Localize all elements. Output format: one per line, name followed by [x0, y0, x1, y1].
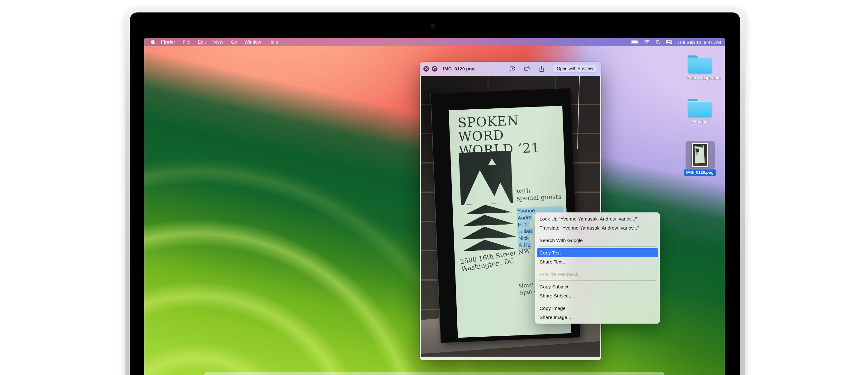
mountain-logo [459, 151, 513, 205]
menu-item-copy-subject[interactable]: Copy Subject [535, 282, 660, 291]
dock[interactable] [204, 372, 665, 375]
poster-date-time: Nove 5pm – [518, 281, 537, 296]
battery-icon[interactable] [631, 40, 639, 44]
poster-address: 2500 16th Street NW Washington, DC [460, 247, 532, 273]
poster-subtitle: with special guests [516, 186, 561, 202]
guest-line[interactable]: Andre [517, 214, 533, 222]
menu-bar-left: Finder File Edit View Go Window Help [144, 38, 282, 46]
folder-icon [688, 99, 712, 117]
menu-separator [539, 234, 656, 234]
selected-file-label: IMG_0120.png [684, 169, 716, 176]
menu-item-look-up[interactable]: Look Up “Yvonne Yamasaki Andrew Ivanov..… [535, 214, 660, 223]
share-icon[interactable] [539, 66, 544, 72]
menu-item-share-image[interactable]: Share Image... [535, 313, 660, 322]
menu-file[interactable]: File [179, 38, 194, 46]
menu-edit[interactable]: Edit [194, 38, 210, 46]
spotlight-search-icon[interactable] [656, 40, 660, 45]
wifi-icon[interactable] [644, 40, 650, 44]
menu-bar-clock[interactable]: Tue Sep 12 9:41 AM [678, 39, 721, 45]
apple-icon[interactable] [151, 39, 156, 45]
menu-item-share-text[interactable]: Share Text... [535, 257, 660, 266]
window-title: IMG_0120.png [443, 66, 475, 71]
menu-separator [539, 268, 656, 268]
icon-label: Personal [687, 119, 712, 124]
guest-line[interactable]: Julian [518, 228, 533, 235]
image-file-thumbnail [692, 143, 708, 167]
marketing-canvas: Finder File Edit View Go Window Help [0, 0, 868, 375]
poster-headline: SPOKEN WORD WORLD ’21 [457, 112, 564, 158]
triangle-motif [461, 226, 517, 239]
fullscreen-button[interactable] [432, 66, 437, 71]
markup-icon[interactable] [509, 66, 515, 71]
desktop-icon-img-0120[interactable]: IMG_0120.png [674, 143, 725, 176]
menu-finder[interactable]: Finder [157, 38, 179, 46]
menu-item-translate[interactable]: Translate “Yvonne Yamasaki Andrew Ivanov… [535, 223, 660, 232]
menu-help[interactable]: Help [265, 38, 282, 46]
menu-item-share-subject[interactable]: Share Subject... [535, 291, 660, 300]
triangle-motif [465, 204, 513, 214]
menu-bar-status: Tue Sep 12 9:41 AM [631, 39, 725, 45]
menu-item-copy-text[interactable]: Copy Text [537, 248, 658, 257]
desktop-icon-poetry-inspiration[interactable]: Poetry Inspiration [687, 55, 712, 80]
triangle-motif [462, 214, 515, 226]
menu-item-search-with-google[interactable]: Search With Google [535, 236, 660, 245]
facetime-camera [431, 24, 435, 28]
open-with-preview-button[interactable]: Open with Preview [553, 65, 597, 73]
close-button[interactable] [424, 66, 429, 71]
menu-view[interactable]: View [210, 38, 227, 46]
folder-icon [688, 55, 712, 74]
guest-line[interactable]: Hadi [517, 221, 530, 229]
menu-separator [539, 302, 656, 302]
titlebar-tools: Open with Preview [509, 65, 601, 73]
menu-item-copy-image[interactable]: Copy Image [535, 304, 660, 313]
quick-look-titlebar[interactable]: IMG_0120.png Open with Preview [420, 62, 601, 76]
guest-line[interactable]: Nick [518, 235, 530, 242]
menu-window[interactable]: Window [241, 38, 265, 46]
menu-go[interactable]: Go [227, 38, 241, 46]
menu-item-provide-feedback: Provide Feedback [535, 270, 660, 279]
menu-separator [539, 280, 656, 281]
desktop-icon-personal[interactable]: Personal [687, 99, 712, 124]
control-center-icon[interactable] [666, 40, 672, 44]
desktop-screen: Finder File Edit View Go Window Help [144, 38, 725, 375]
rotate-icon[interactable] [524, 66, 530, 71]
icon-label: Poetry Inspiration [687, 76, 712, 80]
menu-bar: Finder File Edit View Go Window Help [144, 38, 725, 46]
guest-line[interactable]: & He [518, 242, 531, 249]
context-menu: Look Up “Yvonne Yamasaki Andrew Ivanov..… [535, 212, 660, 324]
triangle-motif [462, 238, 516, 251]
